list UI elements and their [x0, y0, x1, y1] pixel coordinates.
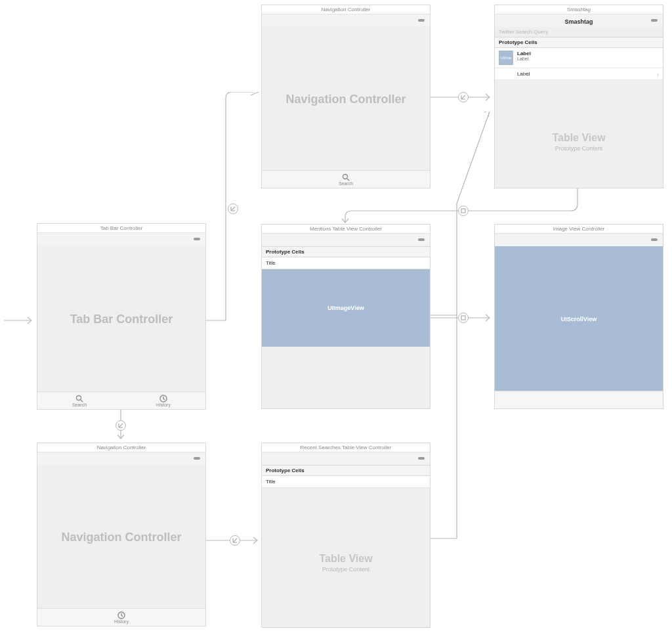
scene-title: Navigation Controller [262, 5, 430, 14]
svg-line-15 [461, 95, 465, 99]
prototype-cells-header: Prototype Cells [262, 246, 430, 257]
tweet-cell[interactable]: UIIma Label Label [495, 48, 663, 68]
scene-smashtag[interactable]: Smashtag Smashtag Twitter Search Query P… [494, 5, 663, 188]
tab-bar: Search [262, 170, 430, 188]
search-field[interactable]: Twitter Search Query [495, 27, 663, 37]
navbar-more-icon[interactable] [194, 238, 200, 240]
placeholder-big-label: Tab Bar Controller [37, 312, 205, 326]
svg-point-0 [77, 395, 81, 400]
scene-title: Smashtag [495, 5, 663, 14]
scene-body: Prototype Cells Title UIImageView [262, 246, 430, 408]
tweet-cell-line1: Label [517, 51, 659, 56]
disclosure-icon: › [657, 70, 659, 77]
scene-body: Prototype Cells Title Table View Prototy… [262, 465, 430, 627]
tweet-cell-line2: Label [517, 56, 659, 61]
search-icon [342, 173, 350, 181]
prototype-cells-header: Prototype Cells [495, 37, 663, 48]
placeholder-big-label: Navigation Controller [37, 530, 205, 544]
svg-line-4 [347, 179, 349, 181]
navbar-more-icon[interactable] [651, 19, 658, 22]
tableview-sub-label: Prototype Content [262, 566, 430, 573]
segue-badge[interactable] [230, 535, 240, 546]
tableview-big-label: Table View [262, 553, 430, 565]
detail-cell[interactable]: Label › [495, 68, 663, 80]
scene-title: Tab Bar Controller [37, 224, 205, 233]
navbar-more-icon[interactable] [194, 457, 200, 460]
title-cell[interactable]: Title [262, 257, 430, 269]
scene-body: Twitter Search Query Prototype Cells UII… [495, 27, 663, 188]
scene-body: Tab Bar Controller [37, 246, 205, 392]
detail-cell-label: Label [517, 71, 530, 77]
scene-nav-controller-top[interactable]: Navigation Controller Navigation Control… [261, 5, 430, 188]
relationship-icon [230, 206, 236, 211]
tab-bar: History [37, 608, 205, 626]
storyboard-canvas: Tab Bar Controller Tab Bar Controller Se… [0, 0, 672, 633]
relationship-icon [461, 95, 466, 100]
navbar-more-icon[interactable] [418, 457, 425, 460]
svg-line-11 [119, 424, 123, 427]
relationship-icon [118, 423, 123, 428]
segue-badge[interactable] [228, 204, 238, 214]
navbar-more-icon[interactable] [418, 238, 425, 241]
history-icon [117, 611, 125, 619]
initial-arrow [4, 315, 37, 326]
tab-item-label: Search [72, 403, 87, 407]
segue-badge[interactable] [116, 420, 126, 431]
svg-line-7 [231, 207, 235, 211]
svg-line-1 [81, 400, 83, 402]
scene-tabbar-controller[interactable]: Tab Bar Controller Tab Bar Controller Se… [37, 223, 206, 410]
scene-body: Navigation Controller [37, 465, 205, 609]
tableview-big-label: Table View [495, 132, 663, 144]
history-icon [159, 395, 167, 403]
relationship-icon [232, 538, 238, 543]
tab-item-label: History [114, 619, 129, 624]
tab-item-history[interactable]: History [121, 392, 205, 409]
image-cell[interactable]: UIImageView [262, 269, 430, 347]
tab-item-search[interactable]: Search [37, 392, 121, 409]
bottom-bar [495, 391, 663, 408]
search-icon [75, 395, 83, 403]
tableview-sub-label: Prototype Content [495, 145, 663, 152]
scene-nav-controller-bottom[interactable]: Navigation Controller Navigation Control… [37, 443, 206, 626]
tab-item-search[interactable]: Search [339, 171, 353, 188]
title-cell[interactable]: Title [262, 476, 430, 488]
tab-item-history[interactable]: History [114, 609, 129, 626]
svg-point-3 [343, 174, 348, 179]
segue-mentions-to-smashtag[interactable] [430, 112, 503, 323]
scene-image-vc[interactable]: Image View Controller UIScrollView [494, 224, 663, 409]
tab-item-label: History [156, 403, 171, 407]
scene-title: Recent Searches Table View Controller [262, 443, 430, 452]
segue-recent-to-smashtag[interactable] [430, 309, 470, 545]
tweet-avatar-imageview: UIIma [499, 51, 513, 65]
tab-item-label: Search [339, 181, 353, 186]
navbar-more-icon[interactable] [418, 19, 425, 22]
scene-title: Navigation Controller [37, 443, 205, 452]
tab-bar: Search History [37, 391, 205, 409]
tableview-placeholder: Table View Prototype Content [495, 96, 663, 188]
scene-body: Navigation Controller [262, 27, 430, 171]
tableview-placeholder: Table View Prototype Content [262, 498, 430, 627]
svg-line-19 [233, 538, 237, 542]
navbar-more-icon[interactable] [651, 238, 658, 241]
prototype-cells-header: Prototype Cells [262, 465, 430, 476]
placeholder-big-label: Navigation Controller [262, 92, 430, 106]
scene-mentions-tvc[interactable]: Mentions Table View Controller Prototype… [261, 224, 430, 409]
scene-recent-searches-tvc[interactable]: Recent Searches Table View Controller Pr… [261, 443, 430, 628]
segue-badge[interactable] [458, 92, 469, 102]
uiscrollview[interactable]: UIScrollView [495, 246, 663, 391]
